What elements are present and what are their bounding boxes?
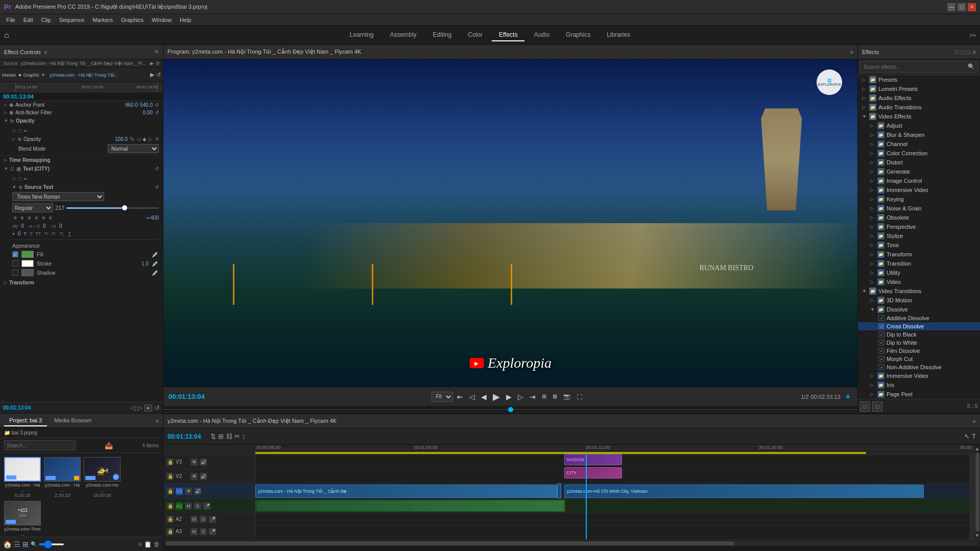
- to-in-btn[interactable]: ⇤: [455, 392, 465, 402]
- menu-graphics[interactable]: Graphics: [117, 16, 148, 24]
- nav-effects[interactable]: Effects: [492, 29, 524, 41]
- menu-clip[interactable]: Clip: [37, 16, 55, 24]
- a3-mic[interactable]: 🎤: [209, 528, 216, 535]
- tl-add-edit[interactable]: ✂: [234, 433, 240, 440]
- a3-s[interactable]: S: [200, 528, 207, 535]
- nav-more[interactable]: >>: [969, 32, 976, 38]
- add-button[interactable]: +: [844, 391, 852, 402]
- scrubber-bar[interactable]: [163, 406, 857, 413]
- a2-lock[interactable]: 🔒: [166, 516, 174, 523]
- tree-video-effects[interactable]: ▼ 📁 Video Effects: [858, 112, 980, 121]
- a3-lock[interactable]: 🔒: [166, 528, 174, 535]
- af-value[interactable]: 0.00: [143, 110, 153, 115]
- ec-reset-btn[interactable]: ↺: [156, 71, 161, 78]
- nav-color[interactable]: Color: [461, 29, 490, 41]
- a1-active[interactable]: A1: [176, 502, 183, 510]
- tree-immersive-vt[interactable]: ▷ 📁 Immersive Video: [858, 371, 980, 380]
- thumb-item-2[interactable]: y2meta.com - Hà ... 2:33:13: [44, 457, 81, 498]
- stroke-checkbox[interactable]: [12, 260, 18, 267]
- nav-assembly[interactable]: Assembly: [383, 29, 424, 41]
- opacity-kf-nav-right[interactable]: ▷: [149, 136, 153, 142]
- fit-select[interactable]: Fit: [432, 392, 453, 402]
- af-expand[interactable]: ▷: [4, 110, 7, 115]
- tree-image-control[interactable]: ▷ 📁 Image Control: [858, 176, 980, 185]
- tree-cross-dissolve[interactable]: ✓ Cross Dissolve: [858, 322, 980, 330]
- opacity-expand2[interactable]: ▷: [12, 137, 15, 141]
- tree-morph-cut[interactable]: ✓ Morph Cut: [858, 355, 980, 363]
- a1-mic[interactable]: 🎤: [203, 502, 210, 510]
- leading-val[interactable]: 0: [59, 223, 62, 229]
- nav-editing[interactable]: Editing: [426, 29, 459, 41]
- menu-help[interactable]: Help: [176, 16, 196, 24]
- effects-menu[interactable]: ≡: [972, 49, 976, 56]
- anchor-y[interactable]: 540.0: [140, 102, 153, 108]
- tree-perspective[interactable]: ▷ 📁 Perspective: [858, 222, 980, 231]
- effects-btn2[interactable]: □: [872, 401, 882, 412]
- proj-list-view[interactable]: ☰: [14, 540, 20, 548]
- a2-m[interactable]: M: [190, 516, 198, 523]
- nav-home[interactable]: ⌂: [4, 31, 9, 40]
- program-menu-icon[interactable]: ≡: [850, 49, 853, 55]
- insert-btn[interactable]: ⊞: [540, 392, 548, 401]
- a2-mic[interactable]: 🎤: [209, 516, 216, 523]
- anchor-x[interactable]: 960.0: [125, 102, 138, 108]
- thumb-item-1[interactable]: y2meta.com - Hà ... 6:15:18: [4, 457, 41, 498]
- tl-timecode[interactable]: 00:01:13:04: [168, 433, 208, 440]
- a1-m[interactable]: M: [185, 502, 192, 510]
- bold-btn[interactable]: T: [24, 231, 27, 236]
- tree-transition[interactable]: ▷ 📁 Transition: [858, 259, 980, 268]
- tree-presets[interactable]: ▷ 📁 Presets: [858, 75, 980, 84]
- tree-dip-to-black[interactable]: ✓ Dip to Black: [858, 330, 980, 339]
- minimize-button[interactable]: —: [947, 3, 955, 11]
- source-settings-icon[interactable]: ⚙: [156, 61, 160, 66]
- tree-audio-effects[interactable]: ▷ 📁 Audio Effects: [858, 93, 980, 103]
- italic-btn[interactable]: T: [30, 231, 33, 236]
- transform-section[interactable]: ▷ Transform: [0, 278, 163, 287]
- tree-distort[interactable]: ▷ 📁 Distort: [858, 158, 980, 167]
- blend-mode-select[interactable]: Normal: [108, 144, 159, 153]
- effects-btn1[interactable]: □: [860, 401, 870, 412]
- thumb-item-3[interactable]: 🚁 + y2meta.com-Ho ... 10:00:26: [84, 457, 121, 498]
- a3-m[interactable]: M: [190, 528, 198, 535]
- tree-film-dissolve[interactable]: ✓ Film Dissolve: [858, 347, 980, 355]
- tree-obsolete[interactable]: ▷ 📁 Obsolete: [858, 213, 980, 222]
- media-browser-tab[interactable]: Media Browser: [49, 415, 97, 426]
- tree-iris[interactable]: ▷ 📁 Iris: [858, 380, 980, 390]
- tr-expand[interactable]: ▷: [4, 158, 7, 162]
- panel-menu-icon[interactable]: ≡: [44, 49, 47, 55]
- ec-next-kf[interactable]: ▷: [137, 404, 142, 412]
- v2-toggle[interactable]: 👁: [190, 473, 198, 480]
- fill-checkbox[interactable]: ✓: [12, 251, 18, 257]
- overwrite-btn[interactable]: ⊠: [551, 392, 559, 401]
- nav-audio[interactable]: Audio: [527, 29, 557, 41]
- prev-frame-btn[interactable]: ◀: [479, 392, 489, 402]
- panel-close-btn[interactable]: ✕: [154, 49, 159, 55]
- tf-expand[interactable]: ▷: [4, 280, 7, 285]
- opacity-kf-nav-left[interactable]: ◁: [136, 136, 140, 142]
- align-right[interactable]: ≡: [27, 214, 33, 221]
- effects-icon3[interactable]: □: [967, 49, 970, 56]
- tree-stylize[interactable]: ▷ 📁 Stylize: [858, 231, 980, 241]
- tree-channel[interactable]: ▷ 📁 Channel: [858, 139, 980, 149]
- a2-s[interactable]: S: [200, 516, 207, 523]
- v2-lock[interactable]: 🔒: [166, 473, 174, 480]
- anchor-reset[interactable]: ↺: [155, 102, 159, 108]
- tree-transform[interactable]: ▷ 📁 Transform: [858, 250, 980, 259]
- fill-eyedropper[interactable]: 💉: [152, 251, 159, 258]
- tree-time[interactable]: ▷ 📁 Time: [858, 241, 980, 250]
- step-back-btn[interactable]: ◁: [467, 392, 477, 402]
- shadow-eyedropper[interactable]: 💉: [152, 270, 159, 276]
- tree-color-correction[interactable]: ▷ 📁 Color Correction: [858, 149, 980, 158]
- close-button[interactable]: ✕: [968, 3, 976, 11]
- saigon-clip[interactable]: SAIGON: [564, 454, 622, 465]
- tc-reset[interactable]: ↺: [155, 166, 159, 172]
- tl-text-tool[interactable]: T: [972, 433, 976, 440]
- maximize-button[interactable]: □: [958, 3, 966, 11]
- tree-adjust[interactable]: ▷ 📁 Adjust: [858, 121, 980, 130]
- ec-current-time[interactable]: 00:01:13:04: [3, 93, 34, 100]
- source-text-section[interactable]: ▼ ⊕ Source Text ↺: [12, 183, 159, 191]
- ec-play-btn[interactable]: ▶: [150, 71, 154, 78]
- ec-time-display[interactable]: 00:01:13:04: [3, 405, 31, 411]
- font-select[interactable]: Times New Roman: [12, 192, 104, 201]
- tree-utility[interactable]: ▷ 📁 Utility: [858, 268, 980, 277]
